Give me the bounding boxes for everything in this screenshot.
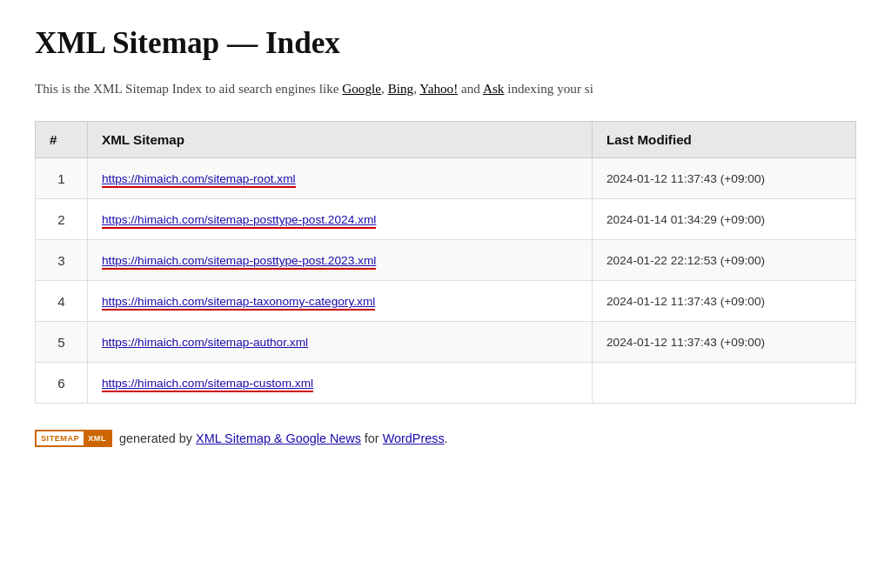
sitemap-link[interactable]: https://himaich.com/sitemap-custom.xml xyxy=(102,377,313,390)
plugin-link[interactable]: XML Sitemap & Google News xyxy=(196,431,361,445)
row-last-modified xyxy=(593,363,856,404)
row-sitemap-url: https://himaich.com/sitemap-author.xml xyxy=(88,322,593,363)
row-last-modified: 2024-01-22 22:12:53 (+09:00) xyxy=(593,240,856,281)
table-row: 1https://himaich.com/sitemap-root.xml202… xyxy=(36,158,856,199)
column-header-sitemap: XML Sitemap xyxy=(88,122,593,158)
sitemap-link[interactable]: https://himaich.com/sitemap-posttype-pos… xyxy=(102,254,376,267)
for-text: for xyxy=(361,431,383,445)
generated-by-text: generated by xyxy=(119,431,196,445)
row-sitemap-url: https://himaich.com/sitemap-taxonomy-cat… xyxy=(88,281,593,322)
column-header-modified: Last Modified xyxy=(593,122,856,158)
row-last-modified: 2024-01-14 01:34:29 (+09:00) xyxy=(593,199,856,240)
row-number: 6 xyxy=(36,363,88,404)
bing-link[interactable]: Bing xyxy=(388,81,414,96)
row-last-modified: 2024-01-12 11:37:43 (+09:00) xyxy=(593,281,856,322)
row-last-modified: 2024-01-12 11:37:43 (+09:00) xyxy=(593,158,856,199)
table-row: 3https://himaich.com/sitemap-posttype-po… xyxy=(36,240,856,281)
badge-xml-text: XML xyxy=(84,431,111,445)
sitemap-link[interactable]: https://himaich.com/sitemap-author.xml xyxy=(102,336,308,349)
footer-text: generated by XML Sitemap & Google News f… xyxy=(119,431,448,445)
sitemap-link[interactable]: https://himaich.com/sitemap-taxonomy-cat… xyxy=(102,295,375,308)
sitemap-link[interactable]: https://himaich.com/sitemap-posttype-pos… xyxy=(102,213,376,226)
sitemap-link[interactable]: https://himaich.com/sitemap-root.xml xyxy=(102,172,296,185)
row-number: 1 xyxy=(36,158,88,199)
table-row: 5https://himaich.com/sitemap-author.xml2… xyxy=(36,322,856,363)
description-text: This is the XML Sitemap Index to aid sea… xyxy=(35,81,342,96)
sitemap-table: # XML Sitemap Last Modified 1https://him… xyxy=(35,121,856,404)
yahoo-link[interactable]: Yahoo! xyxy=(419,81,458,96)
table-row: 6https://himaich.com/sitemap-custom.xml xyxy=(36,363,856,404)
row-number: 4 xyxy=(36,281,88,322)
table-header-row: # XML Sitemap Last Modified xyxy=(36,122,856,158)
row-number: 2 xyxy=(36,199,88,240)
sitemap-badge: SITEMAPXML xyxy=(35,430,112,447)
table-row: 4https://himaich.com/sitemap-taxonomy-ca… xyxy=(36,281,856,322)
platform-link[interactable]: WordPress xyxy=(383,431,445,445)
row-number: 3 xyxy=(36,240,88,281)
table-row: 2https://himaich.com/sitemap-posttype-po… xyxy=(36,199,856,240)
row-last-modified: 2024-01-12 11:37:43 (+09:00) xyxy=(593,322,856,363)
badge-sitemap-text: SITEMAP xyxy=(37,431,84,445)
row-sitemap-url: https://himaich.com/sitemap-posttype-pos… xyxy=(88,199,593,240)
column-header-number: # xyxy=(36,122,88,158)
footer-period: . xyxy=(445,431,448,445)
page-footer: SITEMAPXML generated by XML Sitemap & Go… xyxy=(35,430,856,447)
row-sitemap-url: https://himaich.com/sitemap-posttype-pos… xyxy=(88,240,593,281)
page-description: This is the XML Sitemap Index to aid sea… xyxy=(35,78,856,99)
page-title: XML Sitemap — Index xyxy=(35,26,856,61)
ask-link[interactable]: Ask xyxy=(483,81,504,96)
google-link[interactable]: Google xyxy=(342,81,381,96)
description-suffix: indexing your si xyxy=(504,81,593,96)
row-sitemap-url: https://himaich.com/sitemap-root.xml xyxy=(88,158,593,199)
row-number: 5 xyxy=(36,322,88,363)
row-sitemap-url: https://himaich.com/sitemap-custom.xml xyxy=(88,363,593,404)
